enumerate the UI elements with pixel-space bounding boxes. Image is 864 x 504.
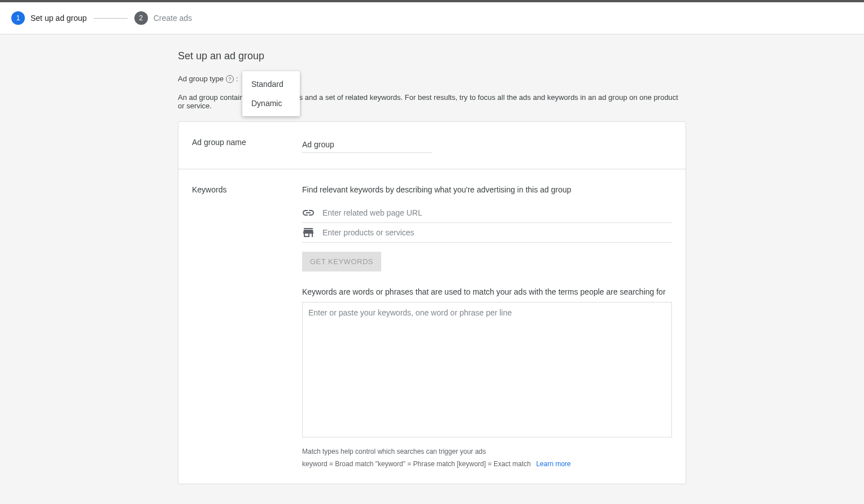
url-input-row	[302, 203, 672, 223]
store-icon	[302, 227, 315, 238]
adgroup-type-dropdown: Standard Dynamic	[242, 71, 300, 116]
dropdown-option-standard[interactable]: Standard	[242, 74, 300, 94]
section-adgroup-name: Ad group name	[178, 122, 686, 169]
keywords-desc: Find relevant keywords by describing wha…	[302, 185, 672, 194]
stepper-bar: 1 Set up ad group 2 Create ads	[0, 2, 864, 34]
match-help-2: keyword = Broad match "keyword" = Phrase…	[302, 460, 672, 468]
step-1-circle: 1	[11, 11, 25, 25]
link-icon	[302, 208, 315, 218]
step-1-label: Set up ad group	[30, 14, 87, 23]
products-input[interactable]	[322, 228, 672, 237]
products-input-row	[302, 223, 672, 243]
learn-more-link[interactable]: Learn more	[536, 460, 570, 468]
url-input[interactable]	[322, 208, 672, 217]
step-1[interactable]: 1 Set up ad group	[11, 11, 87, 25]
step-2-circle: 2	[134, 11, 148, 25]
step-2[interactable]: 2 Create ads	[134, 11, 192, 25]
adgroup-name-label: Ad group name	[192, 138, 302, 153]
help-icon[interactable]: ?	[226, 75, 234, 83]
get-keywords-button[interactable]: GET KEYWORDS	[302, 252, 381, 271]
adgroup-type-label: Ad group type	[178, 74, 224, 83]
match-help-2-text: keyword = Broad match "keyword" = Phrase…	[302, 460, 531, 468]
step-2-label: Create ads	[154, 14, 192, 23]
match-help-1: Match types help control which searches …	[302, 448, 672, 455]
keywords-subdesc: Keywords are words or phrases that are u…	[302, 287, 672, 296]
keywords-label: Keywords	[192, 185, 302, 468]
keywords-textarea[interactable]	[302, 302, 672, 437]
adgroup-type-colon: :	[236, 74, 238, 83]
adgroup-card: Ad group name Keywords Find relevant key…	[178, 121, 686, 484]
step-divider	[94, 18, 128, 19]
dropdown-option-dynamic[interactable]: Dynamic	[242, 94, 300, 113]
adgroup-type-row: Ad group type ? : Standard Dynamic	[178, 74, 686, 83]
content-wrap: Set up an ad group Ad group type ? : Sta…	[178, 34, 686, 484]
page-title: Set up an ad group	[178, 50, 686, 62]
adgroup-name-input[interactable]	[302, 138, 432, 153]
section-keywords: Keywords Find relevant keywords by descr…	[178, 169, 686, 484]
